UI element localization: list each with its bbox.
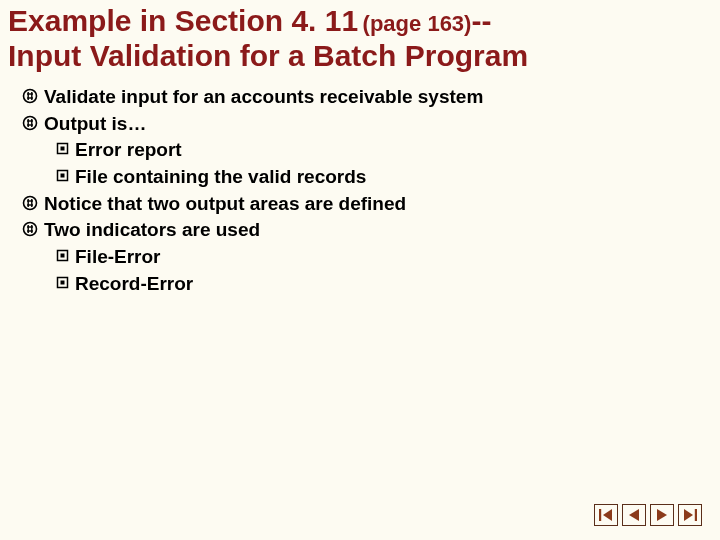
sub-bullet-text: File-Error xyxy=(75,245,161,270)
svg-marker-31 xyxy=(657,509,667,521)
sub-bullet-item: Error report xyxy=(56,138,720,163)
sub-bullet-item: File containing the valid records xyxy=(56,165,720,190)
svg-marker-32 xyxy=(684,509,693,521)
nav-next-button[interactable] xyxy=(650,504,674,526)
pound-bullet-icon xyxy=(22,221,38,241)
sub-bullet-text: Error report xyxy=(75,138,182,163)
bullet-text: Notice that two output areas are defined xyxy=(44,192,406,217)
bullet-item: Notice that two output areas are defined xyxy=(22,192,720,217)
square-bullet-icon xyxy=(56,275,69,293)
nav-prev-button[interactable] xyxy=(622,504,646,526)
next-icon xyxy=(654,508,670,522)
nav-controls xyxy=(594,504,702,526)
svg-point-14 xyxy=(24,196,37,209)
svg-rect-13 xyxy=(61,174,65,178)
bullet-text: Output is… xyxy=(44,112,146,137)
square-bullet-icon xyxy=(56,168,69,186)
pound-bullet-icon xyxy=(22,195,38,215)
svg-marker-29 xyxy=(603,509,612,521)
sub-bullet-text: File containing the valid records xyxy=(75,165,366,190)
prev-icon xyxy=(626,508,642,522)
bullet-text: Validate input for an accounts receivabl… xyxy=(44,85,483,110)
svg-rect-27 xyxy=(61,280,65,284)
last-icon xyxy=(682,508,698,522)
nav-first-button[interactable] xyxy=(594,504,618,526)
title-page-ref: (page 163) xyxy=(363,11,472,36)
sub-bullet-text: Record-Error xyxy=(75,272,193,297)
bullet-text: Two indicators are used xyxy=(44,218,260,243)
svg-point-19 xyxy=(24,223,37,236)
slide-title: Example in Section 4. 11 (page 163)-- In… xyxy=(0,0,720,83)
nav-last-button[interactable] xyxy=(678,504,702,526)
title-dashes: -- xyxy=(471,4,491,37)
pound-bullet-icon xyxy=(22,115,38,135)
slide-body: Validate input for an accounts receivabl… xyxy=(0,83,720,297)
sub-bullet-item: Record-Error xyxy=(56,272,720,297)
bullet-item: Two indicators are used xyxy=(22,218,720,243)
svg-rect-11 xyxy=(61,147,65,151)
sub-bullet-item: File-Error xyxy=(56,245,720,270)
bullet-item: Output is… xyxy=(22,112,720,137)
svg-point-0 xyxy=(24,90,37,103)
svg-rect-28 xyxy=(599,509,601,521)
svg-rect-33 xyxy=(695,509,697,521)
bullet-item: Validate input for an accounts receivabl… xyxy=(22,85,720,110)
svg-rect-25 xyxy=(61,254,65,258)
svg-point-5 xyxy=(24,116,37,129)
title-part2: Input Validation for a Batch Program xyxy=(8,39,712,74)
square-bullet-icon xyxy=(56,141,69,159)
pound-bullet-icon xyxy=(22,88,38,108)
svg-marker-30 xyxy=(629,509,639,521)
square-bullet-icon xyxy=(56,248,69,266)
first-icon xyxy=(598,508,614,522)
title-part1: Example in Section 4. 11 xyxy=(8,4,358,37)
